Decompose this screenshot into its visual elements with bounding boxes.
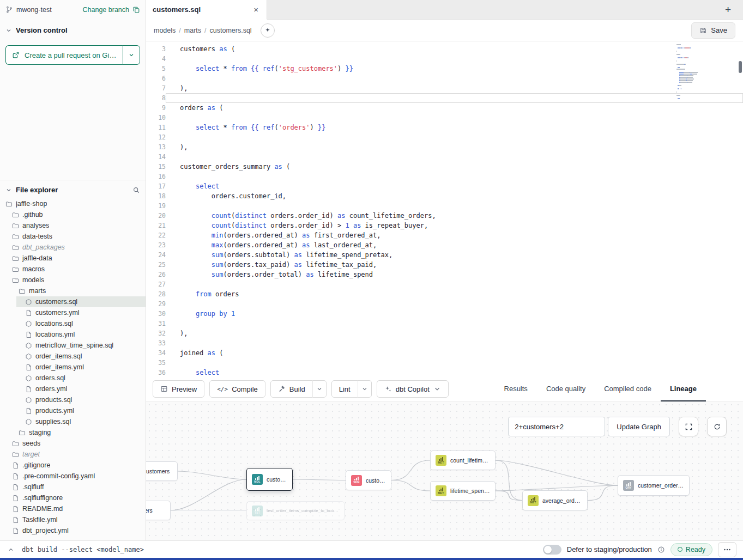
code-line-30[interactable]: 30 group by 1 — [146, 309, 743, 319]
preview-button[interactable]: Preview — [153, 380, 204, 398]
tree-item-.sqlfluff[interactable]: .sqlfluff — [0, 482, 146, 492]
info-icon[interactable] — [657, 546, 665, 553]
search-icon[interactable] — [132, 186, 140, 194]
tree-item-products.yml[interactable]: products.yml — [0, 405, 146, 416]
code-line-35[interactable]: 35 — [146, 358, 743, 368]
code-line-6[interactable]: 6 — [146, 74, 743, 83]
lineage-node-test_order_items[interactable]: TSTtest_order_items_compute_to_bools... — [246, 501, 345, 520]
result-tab-results[interactable]: Results — [495, 377, 537, 401]
collapse-panel-button[interactable] — [7, 545, 15, 554]
code-line-8[interactable]: 8 — [146, 93, 743, 103]
build-button[interactable]: Build — [270, 380, 313, 398]
tree-item-Taskfile.yml[interactable]: Taskfile.yml — [0, 514, 146, 525]
tab-customers-sql[interactable]: customers.sql × — [146, 0, 267, 20]
code-line-26[interactable]: 26 sum(orders.order_total) as lifetime_s… — [146, 270, 743, 279]
code-line-14[interactable]: 14 — [146, 152, 743, 162]
code-line-21[interactable]: 21 count(distinct orders.order_id) > 1 a… — [146, 221, 743, 230]
tree-item-staging[interactable]: staging — [0, 427, 146, 438]
tree-item-data-tests[interactable]: data-tests — [0, 231, 146, 242]
minimap[interactable] — [676, 44, 733, 100]
defer-toggle[interactable] — [543, 545, 561, 555]
code-line-10[interactable]: 10 — [146, 113, 743, 123]
code-line-33[interactable]: 33 — [146, 338, 743, 348]
code-line-28[interactable]: 28 from orders — [146, 289, 743, 299]
build-dropdown-button[interactable] — [312, 380, 327, 398]
code-line-31[interactable]: 31 — [146, 319, 743, 328]
tree-item-jaffle-data[interactable]: jaffle-data — [0, 253, 146, 264]
lineage-node-customers_sem[interactable]: SEMcustomers — [346, 470, 391, 490]
save-button[interactable]: Save — [691, 22, 735, 39]
code-line-32[interactable]: 32), — [146, 328, 743, 338]
code-line-27[interactable]: 27 — [146, 279, 743, 289]
code-line-18[interactable]: 18 orders.customer_id, — [146, 191, 743, 201]
tree-item-analyses[interactable]: analyses — [0, 220, 146, 231]
create-pr-button[interactable]: Create a pull request on Git... — [5, 45, 123, 65]
tree-item-marts[interactable]: marts — [0, 285, 146, 296]
code-line-22[interactable]: 22 min(orders.ordered_at) as first_order… — [146, 230, 743, 240]
code-line-24[interactable]: 24 sum(orders.subtotal) as lifetime_spen… — [146, 250, 743, 260]
dbt-copilot-button[interactable]: dbt Copilot — [377, 380, 449, 398]
lineage-node-orders[interactable]: MDLorders — [146, 501, 171, 520]
fullscreen-button[interactable] — [679, 417, 698, 436]
code-line-29[interactable]: 29 — [146, 299, 743, 309]
lineage-node-customer_order_metrics[interactable]: QRYcustomer_order_metrics — [618, 475, 690, 496]
version-control-header[interactable]: Version control — [0, 20, 146, 38]
code-line-36[interactable]: 36 select — [146, 368, 743, 377]
code-line-20[interactable]: 20 count(distinct orders.order_id) as co… — [146, 211, 743, 221]
tree-item-target[interactable]: target — [0, 449, 146, 460]
tree-item-order_items.sql[interactable]: order_items.sql — [0, 351, 146, 362]
tree-item-macros[interactable]: macros — [0, 264, 146, 275]
code-line-9[interactable]: 9orders as ( — [146, 103, 743, 113]
lineage-node-count_lifetime_orders[interactable]: METcount_lifetime_orders — [430, 451, 496, 470]
create-pr-dropdown-button[interactable] — [123, 45, 140, 65]
code-line-13[interactable]: 13), — [146, 142, 743, 152]
code-line-17[interactable]: 17 select — [146, 181, 743, 191]
refresh-button[interactable] — [707, 417, 727, 436]
result-tab-code-quality[interactable]: Code quality — [537, 377, 595, 401]
tree-item-.pre-commit-config.yaml[interactable]: .pre-commit-config.yaml — [0, 471, 146, 482]
breadcrumb-models[interactable]: models — [154, 27, 176, 34]
copy-icon[interactable] — [132, 6, 140, 14]
more-options-button[interactable] — [718, 542, 736, 557]
tree-item-products.sql[interactable]: products.sql — [0, 394, 146, 405]
result-tab-compiled-code[interactable]: Compiled code — [595, 377, 661, 401]
tree-item-locations.yml[interactable]: locations.yml — [0, 329, 146, 340]
file-explorer-header[interactable]: File explorer — [0, 180, 146, 198]
code-line-7[interactable]: 7), — [146, 83, 743, 93]
breadcrumb-customers-sql[interactable]: customers.sql — [210, 27, 252, 34]
lineage-node-average_order_value[interactable]: METaverage_order_value — [522, 490, 588, 510]
tree-item-orders.sql[interactable]: orders.sql — [0, 373, 146, 384]
close-icon[interactable]: × — [252, 5, 260, 14]
code-line-3[interactable]: 3customers as ( — [146, 44, 743, 54]
tree-item-.sqlfluffignore[interactable]: .sqlfluffignore — [0, 492, 146, 503]
tree-item-.gitignore[interactable]: .gitignore — [0, 460, 146, 471]
tree-item-supplies.sql[interactable]: supplies.sql — [0, 416, 146, 427]
lint-button[interactable]: Lint — [331, 380, 358, 398]
code-line-34[interactable]: 34joined as ( — [146, 348, 743, 358]
code-line-16[interactable]: 16 — [146, 172, 743, 181]
tree-item-jaffle-shop[interactable]: jaffle-shop — [0, 198, 146, 209]
tree-item-customers.yml[interactable]: customers.yml — [0, 307, 146, 318]
lineage-selector-input[interactable] — [508, 417, 605, 436]
copilot-circle-button[interactable] — [261, 23, 275, 38]
result-tab-lineage[interactable]: Lineage — [661, 377, 706, 401]
scrollbar-thumb[interactable] — [739, 61, 742, 73]
lineage-node-customers_mdl[interactable]: MDLcustomers — [246, 468, 293, 491]
lineage-node-lifetime_spend_pretax[interactable]: METlifetime_spend_pretax — [430, 481, 496, 501]
editor-scrollbar[interactable] — [738, 41, 743, 377]
code-line-25[interactable]: 25 sum(orders.tax_paid) as lifetime_tax_… — [146, 260, 743, 270]
tree-item-dbt_packages[interactable]: dbt_packages — [0, 242, 146, 253]
code-line-12[interactable]: 12 — [146, 132, 743, 142]
tree-item-models[interactable]: models — [0, 275, 146, 285]
tree-item-orders.yml[interactable]: orders.yml — [0, 384, 146, 394]
tree-item-README.md[interactable]: README.md — [0, 503, 146, 514]
tree-item-seeds[interactable]: seeds — [0, 438, 146, 449]
code-line-11[interactable]: 11 select * from {{ ref('orders') }} — [146, 123, 743, 132]
tree-item-customers.sql[interactable]: customers.sql — [0, 296, 146, 307]
breadcrumb-marts[interactable]: marts — [184, 27, 201, 34]
tree-item-metricflow_time_spine.sql[interactable]: metricflow_time_spine.sql — [0, 340, 146, 351]
code-line-4[interactable]: 4 — [146, 54, 743, 64]
new-tab-button[interactable]: + — [722, 4, 734, 15]
lineage-node-stg_customers[interactable]: MDLstg_customers — [146, 461, 178, 481]
update-graph-button[interactable]: Update Graph — [608, 417, 670, 436]
